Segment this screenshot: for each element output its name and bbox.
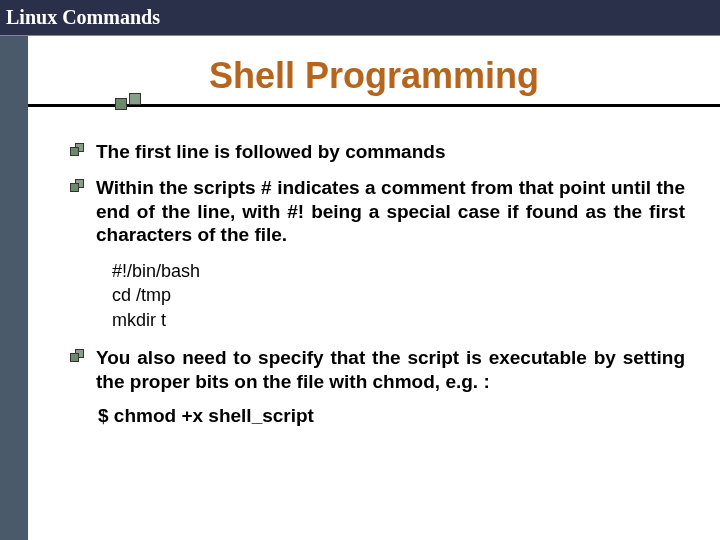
bullet-squares-icon bbox=[70, 181, 86, 193]
bullet-text: You also need to specify that the script… bbox=[96, 346, 685, 394]
code-line: #!/bin/bash bbox=[112, 259, 685, 283]
bullet-squares-icon bbox=[70, 145, 86, 157]
square-icon bbox=[115, 98, 127, 110]
slide-title: Shell Programming bbox=[209, 55, 539, 97]
command-line: $ chmod +x shell_script bbox=[98, 405, 685, 427]
square-icon bbox=[129, 93, 141, 105]
code-line: cd /tmp bbox=[112, 283, 685, 307]
title-decor-squares bbox=[115, 93, 155, 113]
code-block: #!/bin/bash cd /tmp mkdir t bbox=[112, 259, 685, 332]
header-bar: Linux Commands bbox=[0, 0, 720, 36]
code-line: mkdir t bbox=[112, 308, 685, 332]
bullet-item: You also need to specify that the script… bbox=[70, 346, 685, 394]
bullet-item: Within the scripts # indicates a comment… bbox=[70, 176, 685, 247]
left-accent-band bbox=[0, 0, 28, 540]
content-area: The first line is followed by commands W… bbox=[70, 140, 685, 427]
slide-title-area: Shell Programming bbox=[28, 55, 720, 97]
bullet-text: The first line is followed by commands bbox=[96, 140, 685, 164]
bullet-text: Within the scripts # indicates a comment… bbox=[96, 176, 685, 247]
bullet-item: The first line is followed by commands bbox=[70, 140, 685, 164]
header-title: Linux Commands bbox=[6, 6, 160, 29]
bullet-squares-icon bbox=[70, 351, 86, 363]
